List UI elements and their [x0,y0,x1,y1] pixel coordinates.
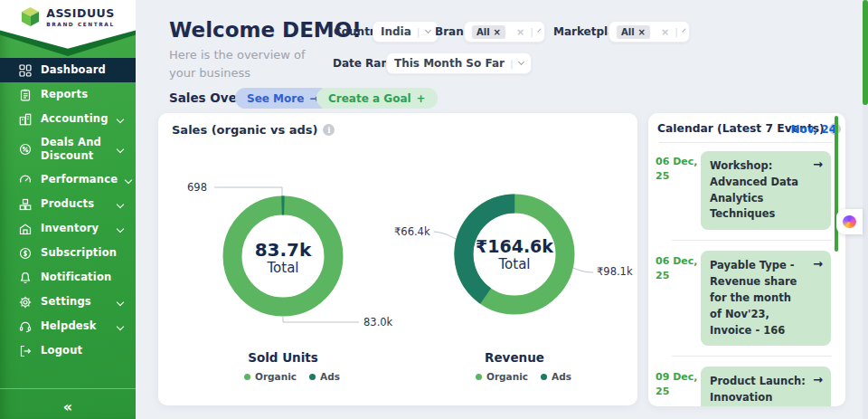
event-text: Payable Type - Revenue share for the mon… [710,258,822,338]
clear-icon[interactable]: × [661,26,669,38]
revenue-ads-value: ₹66.4k [394,225,430,238]
brand-name: ASSIDUUS [46,8,115,20]
event-date: 06 Dec, 25 [656,151,699,230]
country-select[interactable]: India | [373,21,439,43]
chevron-down-icon [117,322,124,329]
sold-units-legend: Organic Ads [244,371,340,382]
sidebar-item-subscription[interactable]: Subscription [0,241,136,265]
page-subtitle: Here is the overview of your business [169,46,318,81]
plus-icon: + [417,92,426,105]
inventory-icon [19,222,33,235]
sold-units-total: 83.7k Total [233,240,333,276]
revenue-label: Revenue [460,350,569,365]
sidebar: ASSIDUUS BRAND CENTRAL Dashboard Reports… [0,0,136,419]
chevron-down-icon [682,28,685,32]
arrow-right-icon[interactable]: → [813,373,823,386]
date-range-select[interactable]: This Month So Far | [386,52,532,74]
sidebar-item-settings[interactable]: Settings [0,290,136,314]
sidebar-item-notification[interactable]: Notification [0,265,136,290]
sidebar-item-products[interactable]: Products [0,192,136,216]
chevron-down-icon [518,59,524,65]
divider [672,240,831,241]
organic-legend-dot [476,374,482,380]
assistant-brain-icon [843,215,856,228]
sidebar-item-dashboard[interactable]: Dashboard [0,58,136,82]
logout-icon [19,344,33,357]
chevron-down-icon [117,200,124,207]
sidebar-collapse-button[interactable]: « [0,398,136,415]
revenue-total: ₹164.6k Total [465,237,564,272]
headset-icon [19,319,33,333]
marketplace-chip[interactable]: All × [617,25,650,39]
revenue-legend: Organic Ads [476,371,571,382]
sidebar-item-deals-and-discount[interactable]: Deals And Discount [0,131,136,167]
brand-select[interactable]: All × × | [464,21,545,43]
performance-icon [19,173,33,186]
sidebar-menu: Dashboard Reports Accounting Deals And D… [0,58,136,363]
revenue-organic-value: ₹98.1k [597,265,633,278]
event-date: 09 Dec, 25 [656,367,699,406]
divider [659,142,833,143]
clear-icon[interactable]: × [516,26,524,38]
sold-units-ads-value: 698 [187,181,207,194]
remove-chip-icon[interactable]: × [638,27,646,37]
sidebar-item-helpdesk[interactable]: Helpdesk [0,314,136,338]
event-date: 06 Dec, 25 [656,251,699,346]
create-goal-button[interactable]: Create a Goal + [316,88,438,109]
page-title: Welcome DEMO! [169,18,362,42]
brand-cube-icon [21,6,40,30]
sales-organic-vs-ads-card: Sales (organic vs ads) i 83.7k Total 698… [158,113,637,405]
chevron-down-icon [537,28,541,32]
brand-logo: ASSIDUUS BRAND CENTRAL [0,0,136,58]
sidebar-divider [0,388,136,389]
sidebar-item-accounting[interactable]: Accounting [0,107,136,131]
chevron-down-icon [117,146,124,153]
calendar-events-list: 06 Dec, 25 Workshop: Advanced Data Analy… [648,148,845,406]
ads-legend-dot [309,374,316,380]
brand-subtitle: BRAND CENTRAL [46,23,115,28]
event-text: Product Launch: Innovation Showcase [710,374,822,406]
chevron-down-icon [125,176,132,183]
calendar-event[interactable]: 06 Dec, 25 Payable Type - Revenue share … [648,247,845,349]
sold-units-organic-value: 83.0k [363,316,392,329]
sidebar-item-reports[interactable]: Reports [0,82,136,107]
sidebar-item-performance[interactable]: Performance [0,167,136,192]
calendar-card: Calendar (Latest 7 Events) i Nov, 24 06 … [648,113,845,406]
chevron-down-icon [117,115,124,122]
chevron-down-icon [117,224,124,232]
calendar-date-link[interactable]: Nov, 24 [790,123,836,136]
ads-legend-dot [541,374,547,380]
calendar-event[interactable]: 09 Dec, 25 Product Launch: Innovation Sh… [648,363,845,406]
deals-icon [19,143,33,157]
arrow-right-icon[interactable]: → [813,257,823,271]
accounting-icon [19,112,33,126]
reports-icon [19,88,33,101]
organic-legend-dot [244,374,250,380]
bell-icon [19,271,33,284]
assistant-floating-button[interactable] [836,209,863,234]
dashboard-icon [19,63,33,77]
brand-chip[interactable]: All × [472,25,505,39]
remove-chip-icon[interactable]: × [494,27,501,37]
event-text: Workshop: Advanced Data Analytics Techni… [710,158,822,223]
sold-units-label: Sold Units [229,350,337,365]
sidebar-item-inventory[interactable]: Inventory [0,216,136,241]
chevron-down-icon [117,298,124,305]
subscription-icon [19,246,33,260]
chevron-down-icon [424,27,430,33]
arrow-right-icon[interactable]: → [813,157,823,171]
products-icon [19,197,33,211]
calendar-event[interactable]: 06 Dec, 25 Workshop: Advanced Data Analy… [648,148,845,233]
page-scrollbar-thumb[interactable] [863,0,868,105]
divider [672,356,831,357]
marketplace-select[interactable]: All × × | [609,21,690,43]
sidebar-item-logout[interactable]: Logout [0,338,136,363]
gear-icon [19,295,33,309]
